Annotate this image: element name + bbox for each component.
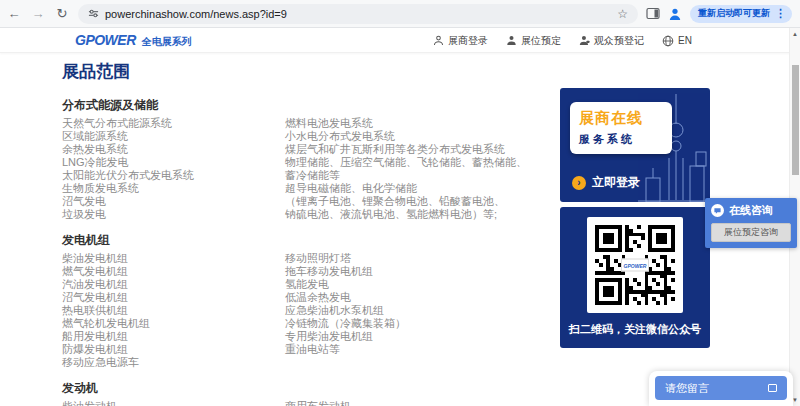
address-bar[interactable]: powerchinashow.com/news.asp?id=9 ☆ [78,4,638,24]
exhibit-item: 氢能发电 [285,278,562,291]
url-text: powerchinashow.com/news.asp?id=9 [105,8,611,20]
exhibit-item: 重油电站等 [285,343,562,356]
person-solid-icon [506,35,517,46]
exhibit-item: 煤层气和矿井瓦斯利用等各类分布式发电系统 [285,143,562,156]
login-now-button[interactable]: › 立即登录 [572,174,640,191]
wechat-qr-block: GPOWER 扫二维码，关注微信公众号 [560,207,710,348]
globe-icon [662,35,674,47]
side-panel-icon[interactable] [646,7,660,20]
exhibit-item: 柴油发动机 [62,400,285,406]
section-column-right: 燃料电池发电系统小水电分布式发电系统煤层气和矿井瓦斯利用等各类分布式发电系统物理… [285,117,562,221]
exhibit-item: 太阳能光伏分布式发电系统 [62,169,285,182]
section-heading: 发电机组 [62,233,562,248]
forward-button[interactable]: → [30,6,46,21]
exhibit-item: 沼气发电机组 [62,291,285,304]
logo-text: GPOWER [75,32,136,48]
logo-series-text: 全电展系列 [142,35,192,49]
chat-widget: 请您留言 [649,371,793,406]
exhibit-item: 商用车发动机 [285,400,562,406]
exhibit-item: 余热发电系统 [62,143,285,156]
exhibit-item: 区域能源系统 [62,130,285,143]
exhibit-section: 分布式能源及储能天然气分布式能源系统区域能源系统余热发电系统LNG冷能发电太阳能… [62,98,562,221]
qr-caption: 扫二维码，关注微信公众号 [560,322,710,337]
nav-visitor-preregister[interactable]: 观众预登记 [579,34,644,48]
section-heading: 分布式能源及储能 [62,98,562,113]
exhibit-item: 垃圾发电 [62,208,285,221]
exhibit-item: 沼气发电 [62,195,285,208]
exhibit-item: 防爆发电机组 [62,343,285,356]
person-outline-icon [433,35,444,46]
profile-avatar-icon[interactable] [668,7,682,21]
consult-panel: 在线咨询 展位预定咨询 [705,198,797,248]
scrollbar-thumb[interactable] [792,65,799,175]
exhibit-item: 低温余热发电 [285,291,562,304]
booth-consult-button[interactable]: 展位预定咨询 [711,223,791,242]
section-column-left: 柴油发电机组燃气发电机组汽油发电机组沼气发电机组热电联供机组燃气轮机发电机组船用… [62,252,285,369]
nav-language-en[interactable]: EN [662,35,692,47]
exhibit-item: 热电联供机组 [62,304,285,317]
nav-exhibitor-login[interactable]: 展商登录 [433,34,488,48]
site-logo[interactable]: GPOWER 全电展系列 [75,32,192,49]
back-button[interactable]: ← [6,6,22,21]
banner-title: 展商在线 [579,109,663,128]
exhibit-item: （锂离子电池、锂聚合物电池、铅酸蓄电池、 [285,195,562,208]
section-heading: 发动机 [62,381,562,396]
exhibitor-online-banner[interactable]: 展商在线 服务系统 › 立即登录 [560,88,710,202]
exhibit-item: 天然气分布式能源系统 [62,117,285,130]
exhibit-item: LNG冷能发电 [62,156,285,169]
exhibit-section: 发动机柴油发动机商用车发动机 [62,381,562,406]
site-header: GPOWER 全电展系列 展商登录 展位预定 观众预登记 EN [0,28,800,53]
chat-bubble-icon [711,204,724,217]
exhibit-item: 燃气轮机发电机组 [62,317,285,330]
qr-center-logo: GPOWER [621,259,649,272]
exhibit-item: 物理储能、压缩空气储能、飞轮储能、蓄热储能、 [285,156,562,169]
exhibit-item: 船用发电机组 [62,330,285,343]
exhibit-item: 钠硫电池、液流钒电池、氢能燃料电池）等; [285,208,562,221]
exhibit-item: 应急柴油机水泵机组 [285,304,562,317]
window-restore-icon[interactable] [768,384,777,392]
exhibit-item: 专用柴油发电机组 [285,330,562,343]
page-title: 展品范围 [62,60,562,83]
section-column-left: 天然气分布式能源系统区域能源系统余热发电系统LNG冷能发电太阳能光伏分布式发电系… [62,117,285,221]
exhibit-item: 冷链物流（冷藏集装箱） [285,317,562,330]
header-nav: 展商登录 展位预定 观众预登记 EN [433,28,692,53]
exhibit-item: 小水电分布式发电系统 [285,130,562,143]
leave-message-bar[interactable]: 请您留言 [655,376,787,400]
exhibit-item: 移动照明灯塔 [285,252,562,265]
update-chrome-label: 重新启动即可更新 [698,7,770,20]
exhibit-item: 燃气发电机组 [62,265,285,278]
exhibit-item: 生物质发电系统 [62,182,285,195]
exhibit-section: 发电机组柴油发电机组燃气发电机组汽油发电机组沼气发电机组热电联供机组燃气轮机发电… [62,233,562,369]
exhibit-item: 拖车移动发电机组 [285,265,562,278]
qr-code: GPOWER [587,217,683,313]
site-settings-icon[interactable] [88,8,99,19]
section-column-right: 移动照明灯塔拖车移动发电机组氢能发电低温余热发电应急柴油机水泵机组冷链物流（冷藏… [285,252,562,369]
update-chrome-button[interactable]: 重新启动即可更新 ⋮ [690,5,792,23]
banner-subtitle: 服务系统 [579,132,663,147]
sections: 分布式能源及储能天然气分布式能源系统区域能源系统余热发电系统LNG冷能发电太阳能… [62,98,562,406]
exhibit-item: 汽油发电机组 [62,278,285,291]
exhibit-item: 蓄冷储能等 [285,169,562,182]
main-content: 展品范围 分布式能源及储能天然气分布式能源系统区域能源系统余热发电系统LNG冷能… [62,60,562,406]
browser-toolbar: ← → ↻ powerchinashow.com/news.asp?id=9 ☆… [0,0,800,28]
reload-button[interactable]: ↻ [54,6,70,21]
arrow-circle-icon: › [572,176,586,190]
exhibit-item: 柴油发电机组 [62,252,285,265]
person-badge-icon [579,35,590,46]
section-column-left: 柴油发动机 [62,400,285,406]
section-column-right: 商用车发动机 [285,400,562,406]
exhibit-item: 移动应急电源车 [62,356,285,369]
online-consult-button[interactable]: 在线咨询 [711,203,791,218]
nav-booth-reserve[interactable]: 展位预定 [506,34,561,48]
exhibit-item: 燃料电池发电系统 [285,117,562,130]
exhibit-item: 超导电磁储能、电化学储能 [285,182,562,195]
scrollbar-up-arrow[interactable]: ▲ [790,31,800,37]
banner-card: 展商在线 服务系统 [570,102,672,154]
browser-menu-icon[interactable]: ⋮ [773,7,788,20]
bookmark-star-icon[interactable]: ☆ [617,7,628,21]
